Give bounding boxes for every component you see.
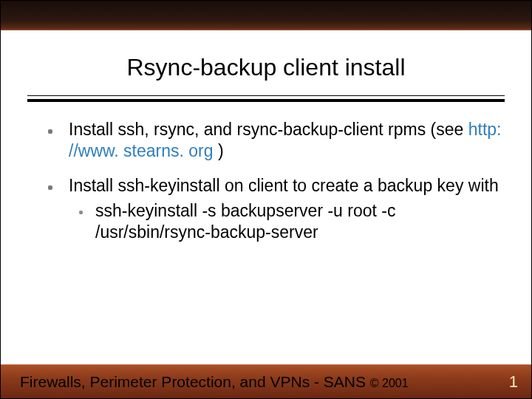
top-accent-band [1, 1, 531, 30]
title-rule [27, 95, 505, 102]
bullet-text-post: ) [214, 141, 224, 160]
footer-main: Firewalls, Perimeter Protection, and VPN… [20, 373, 370, 390]
list-item: Install ssh-keyinstall on client to crea… [45, 175, 502, 243]
page-number: 1 [496, 372, 518, 392]
slide-title: Rsync-backup client install [1, 54, 531, 81]
footer-bar: Firewalls, Perimeter Protection, and VPN… [1, 364, 531, 398]
slide: Rsync-backup client install Install ssh,… [0, 0, 532, 399]
sub-list-item: ssh-keyinstall -s backupserver -u root -… [69, 200, 502, 243]
slide-body: Install ssh, rsync, and rsync-backup-cli… [45, 119, 502, 256]
sub-bullet-text: ssh-keyinstall -s backupserver -u root -… [95, 201, 395, 242]
bullet-text: Install ssh-keyinstall on client to crea… [69, 176, 499, 195]
list-item: Install ssh, rsync, and rsync-backup-cli… [45, 119, 502, 162]
footer-text: Firewalls, Perimeter Protection, and VPN… [20, 373, 496, 391]
footer-copyright: © 2001 [370, 377, 409, 389]
bullet-text-pre: Install ssh, rsync, and rsync-backup-cli… [69, 120, 468, 139]
